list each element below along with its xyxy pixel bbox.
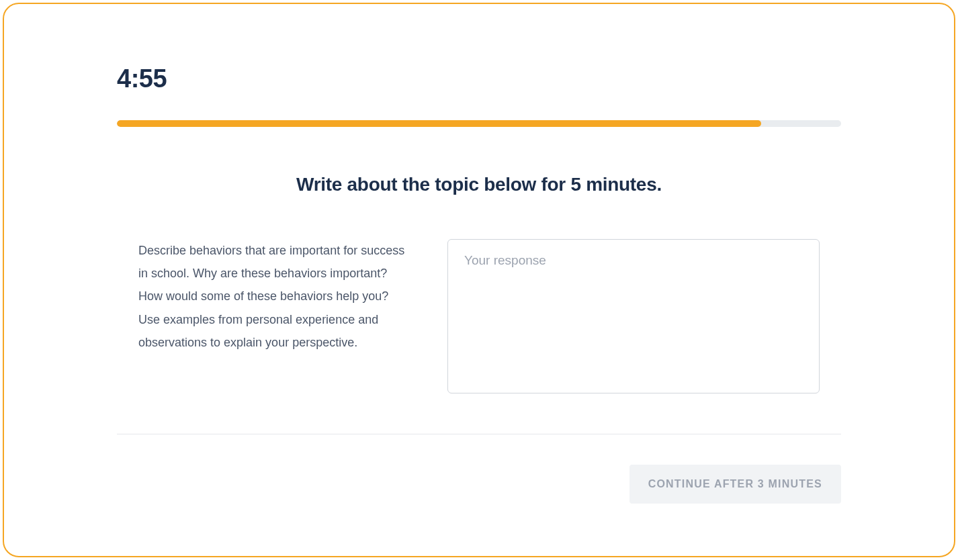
content-row: Describe behaviors that are important fo… (117, 239, 841, 393)
timer-display: 4:55 (117, 64, 841, 93)
exercise-container: 4:55 Write about the topic below for 5 m… (3, 3, 955, 557)
response-textarea[interactable] (447, 239, 820, 393)
continue-button[interactable]: CONTINUE AFTER 3 MINUTES (629, 465, 841, 504)
button-row: CONTINUE AFTER 3 MINUTES (117, 465, 841, 504)
instruction-heading: Write about the topic below for 5 minute… (117, 174, 841, 195)
divider (117, 434, 841, 434)
progress-bar-fill (117, 120, 761, 127)
progress-bar-track (117, 120, 841, 127)
writing-prompt-text: Describe behaviors that are important fo… (138, 239, 407, 393)
